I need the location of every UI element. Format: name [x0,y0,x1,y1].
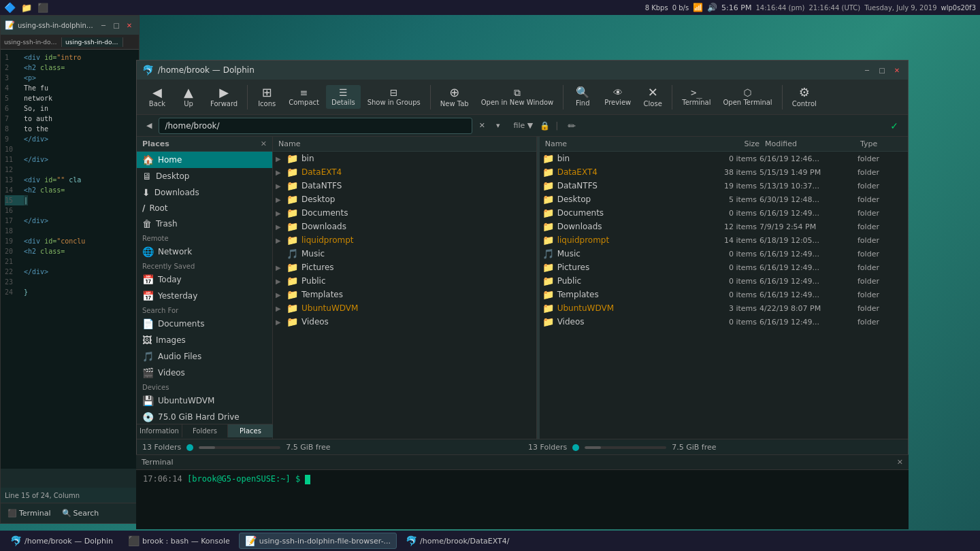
right-file-public[interactable]: 📁 Public 0 items 6/16/19 12:49... folder [540,274,908,288]
right-file-templates[interactable]: 📁 Templates 0 items 6/16/19 12:49... fol… [540,288,908,301]
left-file-liquidprompt[interactable]: ▶ 📁 liquidprompt [273,233,536,247]
places-item-root[interactable]: / Root [137,201,272,216]
right-file-music[interactable]: 🎵 Music 0 items 6/16/19 12:49... folder [540,247,908,261]
toolbar-close-btn[interactable]: ✕ Close [638,84,668,110]
toolbar-terminal-btn[interactable]: >_ Terminal [676,85,716,109]
toolbar-forward-btn[interactable]: ▶ Forward [205,84,243,110]
dolphin-close-btn[interactable]: ✕ [892,65,902,76]
places-today-label: Today [158,275,182,284]
left-file-bin[interactable]: ▶ 📁 bin [273,152,536,165]
right-file-pictures[interactable]: 📁 Pictures 0 items 6/16/19 12:49... fold… [540,261,908,274]
addr-edit-icon[interactable]: ✏ [564,119,580,133]
left-file-videos[interactable]: ▶ 📁 Videos [273,315,536,329]
kate-search-btn[interactable]: 🔍 Search [58,507,103,520]
addr-checkmark[interactable]: ✓ [886,119,902,133]
places-item-audio[interactable]: 🎵 Audio Files [137,348,272,365]
expand-liquidprompt: ▶ [276,237,284,244]
addr-left-arrow[interactable]: ◀ [142,120,156,131]
places-item-images[interactable]: 🖼 Images [137,332,272,348]
toolbar-control-btn[interactable]: ⚙ Control [787,84,822,110]
volume-icon[interactable]: 🔊 [707,3,717,12]
places-section-search: 📄 Documents 🖼 Images 🎵 Audio Files 🎬 Vid… [137,316,272,381]
tab-places[interactable]: Places [228,424,273,437]
left-file-documents[interactable]: ▶ 📁 Documents [273,206,536,220]
taskbar-app-dolphin-dataext4[interactable]: 🐬 /home/brook/DataEXT4/ [399,533,515,549]
places-item-ubuntuwdvm[interactable]: 💾 UbuntuWDVM [137,393,272,409]
right-file-documents[interactable]: 📁 Documents 0 items 6/16/19 12:49... fol… [540,206,908,220]
kate-tab-1[interactable]: using-ssh-in-dolphin-file-browser_blurb.… [1,37,62,47]
left-file-datantfs[interactable]: ▶ 📁 DataNTFS [273,179,536,193]
left-file-public[interactable]: ▶ 📁 Public [273,274,536,288]
right-file-bin[interactable]: 📁 bin 0 items 6/16/19 12:46... folder [540,152,908,165]
file-templates-name: Templates [301,290,343,299]
places-item-videos-search[interactable]: 🎬 Videos [137,365,272,381]
toolbar-groups-btn[interactable]: ⊟ Show in Groups [362,85,426,109]
address-path[interactable]: /home/brook/ [159,118,472,134]
right-file-liquidprompt[interactable]: 📁 liquidprompt 14 items 6/18/19 12:05...… [540,233,908,247]
toolbar-newtab-btn[interactable]: ⊕ New Tab [435,84,474,110]
kate-minimize-btn[interactable]: ─ [98,20,109,31]
places-item-today[interactable]: 📅 Today [137,271,272,288]
places-item-yesterday[interactable]: 📅 Yesterday [137,288,272,304]
toolbar-openterminal-btn[interactable]: ⬡ Open Terminal [718,85,778,109]
folder-videos-icon: 📁 [287,316,299,327]
places-item-documents[interactable]: 📄 Documents [137,316,272,332]
left-file-templates[interactable]: ▶ 📁 Templates [273,288,536,301]
left-file-music[interactable]: ▶ 🎵 Music [273,247,536,261]
kate-close-btn[interactable]: ✕ [124,20,135,31]
right-file-dataext4[interactable]: 📁 DataEXT4 38 items 5/15/19 1:49 PM fold… [540,165,908,179]
toolbar-compact-btn[interactable]: ≡ Compact [283,85,325,109]
places-close-btn[interactable]: ✕ [261,139,267,148]
right-file-pictures-type: folder [858,263,905,272]
toolbar-up-btn[interactable]: ▲ Up [174,84,203,110]
left-file-downloads[interactable]: ▶ 📁 Downloads [273,220,536,233]
places-item-desktop[interactable]: 🖥 Desktop [137,168,272,184]
app-icon-terminal[interactable]: ⬛ [37,3,48,13]
kde-menu-icon[interactable]: 🔷 [4,2,16,13]
right-file-datantfs[interactable]: 📁 DataNTFS 19 items 5/13/19 10:37... fol… [540,179,908,193]
left-file-ubuntuwdvm[interactable]: ▶ 📁 UbuntuWDVM [273,301,536,315]
dolphin-toolbar: ◀ Back ▲ Up ▶ Forward ⊞ Icons ≡ Compact … [137,80,908,115]
addr-clear-btn[interactable]: ✕ [475,120,489,131]
dolphin-maximize-btn[interactable]: □ [877,65,887,76]
toolbar-icons-btn[interactable]: ⊞ Icons [252,84,282,110]
kate-terminal-btn[interactable]: ⬛ Terminal [3,507,55,520]
kate-maximize-btn[interactable]: □ [111,20,122,31]
left-file-dataext4[interactable]: ▶ 📁 DataEXT4 [273,165,536,179]
addr-dropdown-btn[interactable]: ▾ [492,120,504,131]
right-file-desktop[interactable]: 📁 Desktop 5 items 6/30/19 12:48... folde… [540,193,908,206]
right-file-videos[interactable]: 📁 Videos 0 items 6/16/19 12:49... folder [540,315,908,329]
dolphin-minimize-btn[interactable]: ─ [862,65,872,76]
file-liquidprompt-name: liquidprompt [301,235,353,245]
addr-file-btn[interactable]: file ▼ [510,120,538,131]
network-icon: 📶 [693,3,703,12]
right-file-downloads[interactable]: 📁 Downloads 12 items 7/9/19 2:54 PM fold… [540,220,908,233]
places-item-home[interactable]: 🏠 Home [137,152,272,168]
places-item-harddrive[interactable]: 💿 75.0 GiB Hard Drive [137,409,272,425]
left-file-desktop[interactable]: ▶ 📁 Desktop [273,193,536,206]
right-file-ubuntuwdvm[interactable]: 📁 UbuntuWDVM 3 items 4/22/19 8:07 PM fol… [540,301,908,315]
terminal-content[interactable]: 17:06:14 [brook@G5-openSUSE:~] $ [136,470,909,488]
right-folder-documents-icon: 📁 [542,207,555,218]
right-col-size-header: Size [715,138,762,150]
terminal-panel: Terminal ✕ 17:06:14 [brook@G5-openSUSE:~… [136,454,909,529]
status-dot-left [186,444,193,451]
toolbar-newwindow-btn[interactable]: ⧉ Open in New Window [476,85,559,109]
terminal-close-btn[interactable]: ✕ [897,458,903,467]
taskbar-app-dolphin-home[interactable]: 🐬 /home/brook — Dolphin [4,533,119,549]
places-item-trash[interactable]: 🗑 Trash [137,216,272,232]
preview-label: Preview [604,99,631,106]
places-item-network[interactable]: 🌐 Network [137,244,272,260]
taskbar-app-konsole[interactable]: ⬛ brook : bash — Konsole [122,533,236,549]
taskbar-app-kate[interactable]: 📝 using-ssh-in-dolphin-file-browser-... [239,533,397,549]
places-item-downloads[interactable]: ⬇ Downloads [137,184,272,201]
app-icon-files[interactable]: 📁 [21,3,32,13]
toolbar-find-btn[interactable]: 🔍 Find [568,84,598,110]
kate-tab-2[interactable]: using-ssh-in-dolphin-file-browser_body.h… [62,37,123,47]
toolbar-back-btn[interactable]: ◀ Back [142,84,172,110]
left-file-pictures[interactable]: ▶ 📁 Pictures [273,261,536,274]
toolbar-details-btn[interactable]: ☰ Details [326,85,361,109]
tab-folders[interactable]: Folders [182,424,228,437]
tab-information[interactable]: Information [137,424,182,437]
toolbar-preview-btn[interactable]: 👁 Preview [599,85,636,109]
